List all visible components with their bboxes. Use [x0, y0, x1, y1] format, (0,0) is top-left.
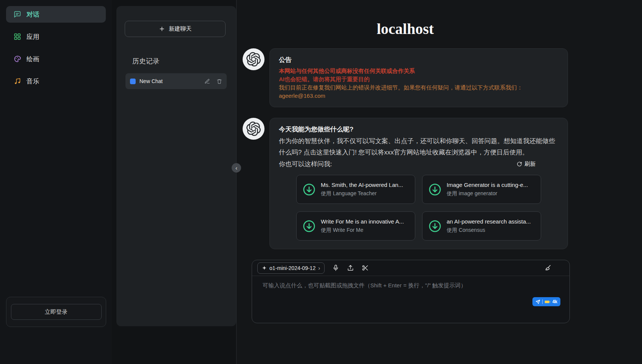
announcement-bubble: 公告 本网站与任何其他公司或商标没有任何关联或合作关系 AI也会犯错。请勿将其用… [269, 48, 568, 107]
arrow-down-circle-icon [428, 183, 442, 196]
sidebar: 对话 应用 绘画 音乐 立即登录 [0, 0, 112, 364]
sidebar-item-label: 应用 [26, 32, 39, 41]
message-announcement: 公告 本网站与任何其他公司或商标没有任何关联或合作关系 AI也会犯错。请勿将其用… [243, 48, 568, 107]
chevron-right-icon: › [318, 265, 320, 271]
model-label: o1-mini-2024-09-12 [269, 265, 316, 271]
paper-plane-icon [535, 299, 540, 304]
plus-icon [159, 26, 165, 32]
message-welcome: 今天我能为您做些什么呢? 作为你的智慧伙伴，我不仅可以写文案、出点子，还可以和你… [243, 118, 568, 249]
announcement-line-3: 我们目前正在修复我们网站上的错误并改进细节。如果您有任何疑问，请通过以下方式联系… [279, 83, 558, 92]
suggestion-card[interactable]: an AI-powered research assista... 使用 Con… [422, 211, 541, 241]
welcome-heading: 今天我能为您做些什么呢? [279, 125, 558, 134]
refresh-button[interactable]: 刷新 [517, 160, 536, 168]
contact-email-link[interactable]: ageerle@163.com [279, 92, 325, 100]
openai-logo-icon [246, 52, 261, 66]
sidebar-item-drawing[interactable]: 绘画 [6, 51, 106, 67]
announcement-line-2: AI也会犯错。请勿将其用于重要目的 [279, 75, 558, 83]
edit-icon[interactable] [204, 79, 210, 84]
suggestion-subtitle: 使用 Consensus [447, 227, 531, 234]
sidebar-item-label: 对话 [26, 10, 39, 19]
apps-icon [14, 33, 21, 40]
suggestion-grid: Ms. Smith, the AI-powered Lan... 使用 Lang… [296, 175, 541, 241]
composer: o1-mini-2024-09-12 › 4k [252, 260, 570, 323]
arrow-down-circle-icon [428, 219, 442, 233]
welcome-body: 作为你的智慧伙伴，我不仅可以写文案、出点子，还可以和你聊天、回答问题。想知道我还… [279, 136, 558, 158]
hint-text: 你也可以这样问我: [279, 160, 332, 168]
assistant-avatar [243, 48, 265, 70]
sidebar-item-chat[interactable]: 对话 [6, 6, 106, 23]
sidebar-item-music[interactable]: 音乐 [6, 73, 106, 89]
suggestion-texts: Ms. Smith, the AI-powered Lan... 使用 Lang… [321, 182, 403, 197]
login-box: 立即登录 [6, 297, 106, 327]
chat-list-item[interactable]: New Chat [125, 73, 227, 89]
scissors-icon[interactable] [362, 264, 369, 271]
model-selector[interactable]: o1-mini-2024-09-12 › [257, 262, 325, 274]
assistant-avatar [243, 118, 265, 140]
welcome-bubble: 今天我能为您做些什么呢? 作为你的智慧伙伴，我不仅可以写文案、出点子，还可以和你… [269, 118, 568, 249]
suggestion-subtitle: 使用 Language Teacher [321, 190, 403, 197]
suggestion-title: an AI-powered research assista... [447, 218, 531, 225]
arrow-down-circle-icon [302, 183, 316, 196]
sparkle-icon [262, 265, 267, 270]
chat-list-panel: 新建聊天 历史记录 New Chat [116, 6, 236, 326]
announcement-line-1: 本网站与任何其他公司或商标没有任何关联或合作关系 [279, 67, 558, 75]
refresh-label: 刷新 [524, 160, 536, 168]
sidebar-item-label: 音乐 [26, 77, 39, 86]
chat-icon [14, 11, 21, 18]
message-input[interactable] [252, 276, 569, 313]
token-count: 4k [552, 299, 557, 304]
suggestion-subtitle: 使用 image generator [447, 190, 528, 197]
announcement-heading: 公告 [279, 56, 558, 65]
suggestion-card[interactable]: Image Generator is a cutting-e... 使用 ima… [422, 175, 541, 204]
login-button[interactable]: 立即登录 [11, 304, 102, 320]
battery-icon [545, 300, 551, 304]
hint-row: 你也可以这样问我: 刷新 [279, 158, 558, 170]
new-chat-label: 新建聊天 [169, 25, 192, 32]
suggestion-card[interactable]: Write For Me is an innovative A... 使用 Wr… [296, 211, 415, 241]
openai-logo-icon [246, 122, 261, 136]
suggestion-card[interactable]: Ms. Smith, the AI-powered Lan... 使用 Lang… [296, 175, 415, 204]
chat-column: localhost 公告 本网站与任何其他公司或商标没有任何关联或合作关系 AI… [243, 0, 568, 249]
suggestion-texts: Image Generator is a cutting-e... 使用 ima… [447, 182, 528, 197]
suggestion-texts: an AI-powered research assista... 使用 Con… [447, 218, 531, 234]
badge-divider [542, 299, 543, 304]
composer-toolbar: o1-mini-2024-09-12 › [252, 260, 569, 276]
music-icon [14, 77, 21, 85]
collapse-sidebar-button[interactable]: ‹ [232, 163, 241, 173]
upload-icon[interactable] [347, 264, 354, 271]
sidebar-item-apps[interactable]: 应用 [6, 28, 106, 45]
delete-icon[interactable] [217, 79, 222, 84]
chat-item-title: New Chat [139, 78, 201, 84]
send-token-badge[interactable]: 4k [532, 297, 560, 306]
main-chat-area: ‹ localhost 公告 本网站与任何其他公司或商标没有任何关联或合作关系 … [236, 0, 642, 364]
suggestion-title: Ms. Smith, the AI-powered Lan... [321, 182, 403, 188]
suggestion-title: Write For Me is an innovative A... [321, 218, 404, 225]
arrow-down-circle-icon [302, 219, 316, 233]
chat-item-color-icon [130, 79, 136, 84]
history-title: 历史记录 [132, 57, 159, 66]
clear-broom-icon[interactable] [544, 264, 551, 271]
suggestion-texts: Write For Me is an innovative A... 使用 Wr… [321, 218, 404, 234]
suggestion-title: Image Generator is a cutting-e... [447, 182, 528, 188]
page-title: localhost [243, 20, 568, 38]
sidebar-item-label: 绘画 [26, 55, 39, 63]
new-chat-button[interactable]: 新建聊天 [125, 21, 226, 37]
suggestion-subtitle: 使用 Write For Me [321, 227, 404, 234]
palette-icon [14, 55, 21, 63]
microphone-icon[interactable] [332, 264, 339, 271]
sidebar-nav: 对话 应用 绘画 音乐 [6, 6, 106, 89]
refresh-icon [517, 161, 522, 167]
